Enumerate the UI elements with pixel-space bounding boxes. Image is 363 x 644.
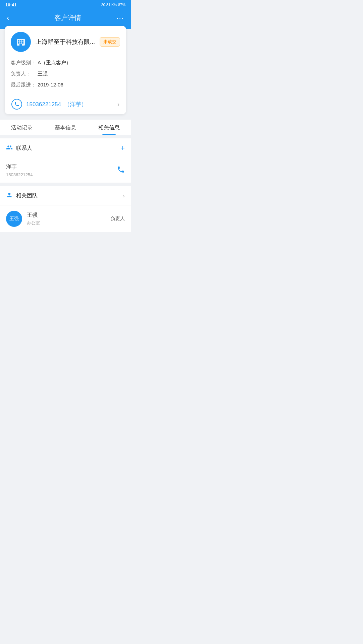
company-card: 上海群至于科技有限... 未成交 客户级别： A（重点客户） 负责人： 王强 最… <box>5 26 126 114</box>
team-chevron-icon: › <box>123 192 125 199</box>
svg-rect-4 <box>18 42 19 44</box>
status-bar: 10:41 20.81 K/s 87% <box>0 0 131 9</box>
back-button[interactable]: ‹ <box>7 14 19 22</box>
network-speed: 20.81 K/s <box>101 3 116 7</box>
company-status-badge: 未成交 <box>100 37 120 47</box>
company-avatar <box>11 32 31 52</box>
phone-icon-circle <box>11 99 22 110</box>
svg-rect-2 <box>20 40 21 42</box>
last-follow-label: 最后跟进： <box>11 82 38 88</box>
phone-contact: 洋芋 <box>70 101 81 108</box>
status-time: 10:41 <box>5 2 16 7</box>
svg-rect-5 <box>20 42 21 44</box>
owner-label: 负责人： <box>11 71 38 77</box>
tab-activity[interactable]: 活动记录 <box>0 120 44 135</box>
page-title: 客户详情 <box>54 13 81 22</box>
member-info: 王强 办公室 <box>27 212 106 226</box>
owner-row: 负责人： 王强 <box>11 68 120 79</box>
call-contact-button[interactable] <box>117 166 125 176</box>
member-role: 负责人 <box>111 216 125 222</box>
phone-digits: 15036221254 <box>26 101 61 108</box>
tab-basic-info[interactable]: 基本信息 <box>44 120 87 135</box>
svg-rect-7 <box>19 44 22 46</box>
member-avatar-text: 王强 <box>9 216 19 222</box>
last-follow-row: 最后跟进： 2019-12-06 <box>11 79 120 90</box>
contact-name: 洋芋 <box>6 164 33 171</box>
phone-number: 15036221254 （洋芋） <box>26 101 113 108</box>
member-name: 王强 <box>27 212 106 219</box>
battery: 87% <box>118 3 125 7</box>
contacts-section-left: 联系人 <box>6 144 32 152</box>
contacts-icon <box>6 144 13 152</box>
phone-chevron-icon: › <box>117 101 119 108</box>
card-header: 上海群至于科技有限... 未成交 <box>11 32 120 52</box>
member-avatar: 王强 <box>6 211 22 227</box>
status-right: 20.81 K/s 87% <box>101 3 125 7</box>
team-section-header[interactable]: 相关团队 › <box>0 186 131 205</box>
customer-level-value: A（重点客户） <box>38 60 71 66</box>
more-button[interactable]: ··· <box>116 14 124 22</box>
bottom-spacing <box>0 232 131 242</box>
add-contact-button[interactable]: + <box>120 144 125 152</box>
customer-level-row: 客户级别： A（重点客户） <box>11 57 120 68</box>
tab-related-info[interactable]: 相关信息 <box>87 120 131 135</box>
owner-value: 王强 <box>38 71 48 77</box>
tabs: 活动记录 基本信息 相关信息 <box>0 120 131 135</box>
contact-item: 洋芋 15036221254 <box>0 158 131 183</box>
member-dept: 办公室 <box>27 220 106 226</box>
card-info: 客户级别： A（重点客户） 负责人： 王强 最后跟进： 2019-12-06 <box>11 57 120 92</box>
contact-phone: 15036221254 <box>6 172 33 177</box>
team-icon <box>6 192 13 200</box>
customer-level-label: 客户级别： <box>11 60 38 66</box>
contact-info: 洋芋 15036221254 <box>6 164 33 177</box>
contacts-section-header: 联系人 + <box>0 138 131 158</box>
team-title: 相关团队 <box>16 192 38 199</box>
last-follow-value: 2019-12-06 <box>38 82 63 88</box>
svg-rect-1 <box>18 40 19 42</box>
phone-row[interactable]: 15036221254 （洋芋） › <box>11 94 120 114</box>
svg-rect-6 <box>22 42 23 44</box>
team-member-item: 王强 王强 办公室 负责人 <box>0 205 131 232</box>
svg-rect-3 <box>22 40 23 42</box>
company-name: 上海群至于科技有限... <box>36 38 95 46</box>
team-section-left: 相关团队 <box>6 192 38 200</box>
contacts-title: 联系人 <box>16 145 32 152</box>
